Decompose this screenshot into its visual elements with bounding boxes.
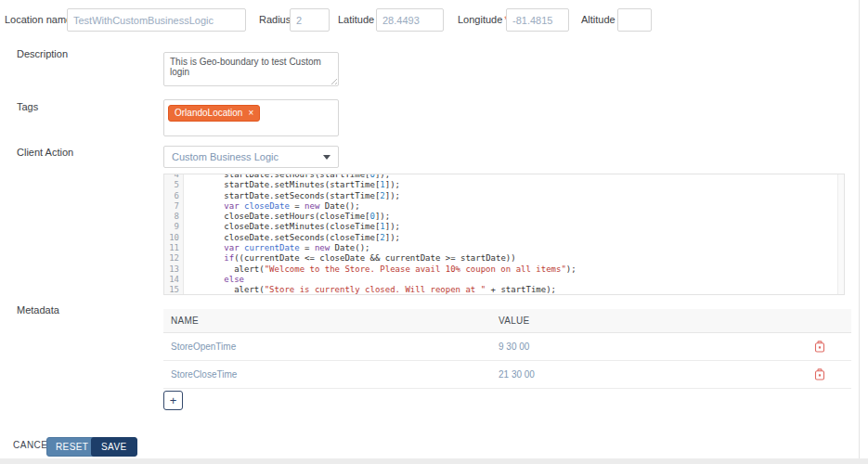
geofence-form-page: Location name* Radius* Latitude* Longitu… — [0, 0, 868, 464]
column-header-name: NAME — [163, 316, 499, 326]
description-textarea[interactable]: This is Geo-boundary to test Custom logi… — [163, 52, 339, 86]
editor-scrollbar[interactable] — [837, 174, 844, 294]
metadata-table-header: NAME VALUE — [163, 309, 851, 333]
page-right-divider — [859, 0, 860, 464]
line-number: 10 — [164, 233, 183, 243]
code-line: closeDate.setHours(closeTime[0]); — [184, 212, 837, 222]
metadata-rows: StoreOpenTime9 30 00 StoreCloseTime21 30… — [163, 333, 851, 389]
description-label: Description — [17, 48, 68, 59]
tag-chip[interactable]: OrlandoLocation × — [168, 105, 260, 122]
tag-remove-icon[interactable]: × — [248, 109, 253, 118]
metadata-action-cell — [814, 368, 851, 380]
line-number: 13 — [164, 264, 183, 275]
altitude-input[interactable] — [617, 8, 652, 32]
code-line: var closeDate = new Date(); — [184, 201, 837, 212]
metadata-table: NAME VALUE StoreOpenTime9 30 00 StoreClo… — [163, 309, 851, 389]
business-logic-code-editor[interactable]: 456789101112131415 startDate.setHours(st… — [163, 174, 845, 295]
code-line: startDate.setSeconds(startTime[2]); — [184, 191, 837, 201]
metadata-value-cell: 21 30 00 — [499, 369, 814, 380]
metadata-value-cell: 9 30 00 — [499, 342, 814, 352]
line-number: 5 — [164, 180, 183, 190]
code-line: else — [184, 275, 837, 285]
line-number: 12 — [164, 253, 183, 264]
code-line: alert("Welcome to the Store. Please avai… — [184, 264, 837, 275]
table-row: StoreCloseTime21 30 00 — [163, 361, 851, 389]
chevron-down-icon — [323, 155, 330, 160]
location-name-label-text: Location name — [5, 14, 71, 25]
line-number: 9 — [164, 222, 183, 232]
code-line: startDate.setMinutes(startTime[1]); — [184, 180, 837, 190]
metadata-name-cell: StoreOpenTime — [163, 342, 499, 352]
line-number: 14 — [164, 275, 183, 285]
radius-label-text: Radius — [259, 14, 291, 25]
radius-input[interactable] — [290, 8, 330, 32]
add-metadata-button[interactable]: + — [163, 391, 183, 410]
latitude-label-text: Latitude — [338, 14, 374, 25]
code-line: closeDate.setMinutes(closeTime[1]); — [184, 222, 837, 232]
delete-row-button[interactable] — [814, 368, 825, 380]
line-number: 6 — [164, 191, 183, 201]
description-field-wrap: This is Geo-boundary to test Custom logi… — [163, 52, 339, 86]
trash-icon — [814, 341, 825, 353]
longitude-label: Longitude* — [458, 14, 508, 25]
tags-input[interactable]: OrlandoLocation × — [163, 99, 339, 136]
horizontal-scrollbar[interactable] — [0, 458, 868, 464]
line-number: 15 — [164, 285, 183, 294]
column-header-value: VALUE — [499, 316, 851, 326]
tags-label: Tags — [17, 101, 38, 112]
delete-row-button[interactable] — [814, 341, 825, 353]
line-number: 7 — [164, 201, 183, 212]
editor-code-area[interactable]: startDate.setHours(startTime[0]); startD… — [184, 174, 837, 294]
editor-gutter-lines: 456789101112131415 — [164, 174, 183, 294]
save-button[interactable]: SAVE — [91, 437, 137, 457]
editor-gutter: 456789101112131415 — [164, 174, 184, 294]
code-line: closeDate.setSeconds(closeTime[2]); — [184, 233, 837, 243]
client-action-label: Client Action — [17, 147, 73, 158]
latitude-label: Latitude* — [338, 14, 380, 25]
line-number: 8 — [164, 212, 183, 222]
longitude-input[interactable] — [506, 8, 569, 32]
client-action-selected-value: Custom Business Logic — [172, 151, 323, 162]
metadata-name-cell: StoreCloseTime — [163, 369, 499, 380]
code-line: alert("Store is currently closed. Will r… — [184, 285, 837, 294]
metadata-label: Metadata — [17, 304, 59, 316]
tag-chip-text: OrlandoLocation — [175, 108, 242, 119]
editor-code-lines: startDate.setHours(startTime[0]); startD… — [184, 174, 837, 294]
altitude-label-text: Altitude — [581, 14, 615, 25]
table-row: StoreOpenTime9 30 00 — [163, 333, 851, 361]
location-name-input[interactable] — [67, 8, 246, 32]
altitude-label: Altitude — [581, 14, 615, 25]
longitude-label-text: Longitude — [458, 14, 502, 25]
code-line: if((currentDate <= closeDate && currentD… — [184, 253, 837, 264]
trash-icon — [814, 368, 825, 380]
line-number: 11 — [164, 243, 183, 253]
client-action-select[interactable]: Custom Business Logic — [163, 146, 339, 168]
metadata-action-cell — [814, 341, 851, 353]
latitude-input[interactable] — [376, 8, 444, 32]
code-line: var currentDate = new Date(); — [184, 243, 837, 253]
